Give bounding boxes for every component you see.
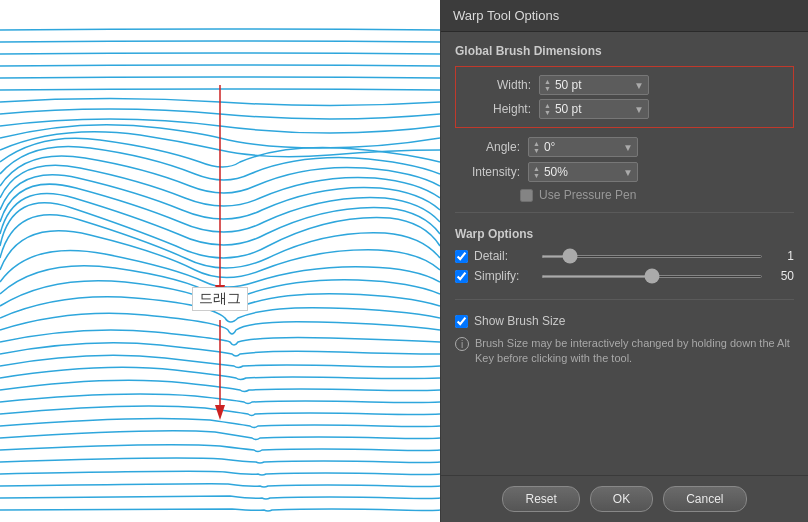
simplify-label: Simplify:	[474, 269, 519, 283]
detail-row: Detail: 1	[455, 249, 794, 263]
reset-button[interactable]: Reset	[502, 486, 579, 512]
divider-1	[455, 212, 794, 213]
wave-illustration: .wl { fill: none; stroke: #2ea6dc; strok…	[0, 0, 440, 522]
angle-dropdown-arrow[interactable]: ▼	[623, 142, 633, 153]
pressure-checkbox[interactable]	[520, 189, 533, 202]
angle-value: 0°	[544, 140, 619, 154]
detail-label: Detail:	[474, 249, 508, 263]
intensity-spinner[interactable]: ▲ ▼	[533, 165, 540, 179]
angle-down-arrow[interactable]: ▼	[533, 147, 540, 154]
height-label: Height:	[466, 102, 531, 116]
canvas-area[interactable]: .wl { fill: none; stroke: #2ea6dc; strok…	[0, 0, 440, 522]
drag-label: 드래그	[192, 287, 248, 311]
height-up-arrow[interactable]: ▲	[544, 102, 551, 109]
panel-title: Warp Tool Options	[441, 0, 808, 32]
brush-dims-title: Global Brush Dimensions	[455, 44, 794, 58]
panel-body: Global Brush Dimensions Width: ▲ ▼ 50 pt…	[441, 32, 808, 475]
detail-checkbox[interactable]	[455, 250, 468, 263]
intensity-value: 50%	[544, 165, 619, 179]
divider-2	[455, 299, 794, 300]
angle-label: Angle:	[455, 140, 520, 154]
info-icon: i	[455, 337, 469, 351]
angle-spinner[interactable]: ▲ ▼	[533, 140, 540, 154]
detail-checkbox-label: Detail:	[455, 249, 535, 263]
show-brush-label: Show Brush Size	[474, 314, 565, 328]
height-value: 50 pt	[555, 102, 630, 116]
simplify-value: 50	[769, 269, 794, 283]
width-row: Width: ▲ ▼ 50 pt ▼	[466, 75, 783, 95]
tool-options-panel: Warp Tool Options Global Brush Dimension…	[440, 0, 808, 522]
warp-options-section: Warp Options Detail: 1 Simplify: 50	[455, 227, 794, 289]
intensity-label: Intensity:	[455, 165, 520, 179]
intensity-down-arrow[interactable]: ▼	[533, 172, 540, 179]
show-brush-checkbox[interactable]	[455, 315, 468, 328]
height-row: Height: ▲ ▼ 50 pt ▼	[466, 99, 783, 119]
height-spinner[interactable]: ▲ ▼	[544, 102, 551, 116]
panel-footer: Reset OK Cancel	[441, 475, 808, 522]
height-down-arrow[interactable]: ▼	[544, 109, 551, 116]
cancel-button[interactable]: Cancel	[663, 486, 746, 512]
info-text: Brush Size may be interactively changed …	[475, 336, 794, 367]
pressure-label: Use Pressure Pen	[539, 188, 636, 202]
simplify-slider[interactable]	[541, 275, 763, 278]
ok-button[interactable]: OK	[590, 486, 653, 512]
width-value: 50 pt	[555, 78, 630, 92]
angle-input[interactable]: ▲ ▼ 0° ▼	[528, 137, 638, 157]
height-dropdown-arrow[interactable]: ▼	[634, 104, 644, 115]
width-up-arrow[interactable]: ▲	[544, 78, 551, 85]
detail-value: 1	[769, 249, 794, 263]
pressure-row: Use Pressure Pen	[455, 188, 794, 202]
angle-row: Angle: ▲ ▼ 0° ▼	[455, 137, 794, 157]
brush-dims-box: Width: ▲ ▼ 50 pt ▼ Height: ▲ ▼	[455, 66, 794, 128]
info-row: i Brush Size may be interactively change…	[455, 336, 794, 367]
intensity-dropdown-arrow[interactable]: ▼	[623, 167, 633, 178]
detail-slider[interactable]	[541, 255, 763, 258]
width-label: Width:	[466, 78, 531, 92]
show-brush-row: Show Brush Size	[455, 314, 794, 328]
intensity-input[interactable]: ▲ ▼ 50% ▼	[528, 162, 638, 182]
width-dropdown-arrow[interactable]: ▼	[634, 80, 644, 91]
width-down-arrow[interactable]: ▼	[544, 85, 551, 92]
simplify-row: Simplify: 50	[455, 269, 794, 283]
intensity-up-arrow[interactable]: ▲	[533, 165, 540, 172]
warp-options-title: Warp Options	[455, 227, 794, 241]
width-spinner[interactable]: ▲ ▼	[544, 78, 551, 92]
angle-up-arrow[interactable]: ▲	[533, 140, 540, 147]
simplify-checkbox-label: Simplify:	[455, 269, 535, 283]
intensity-row: Intensity: ▲ ▼ 50% ▼	[455, 162, 794, 182]
width-input[interactable]: ▲ ▼ 50 pt ▼	[539, 75, 649, 95]
simplify-checkbox[interactable]	[455, 270, 468, 283]
height-input[interactable]: ▲ ▼ 50 pt ▼	[539, 99, 649, 119]
